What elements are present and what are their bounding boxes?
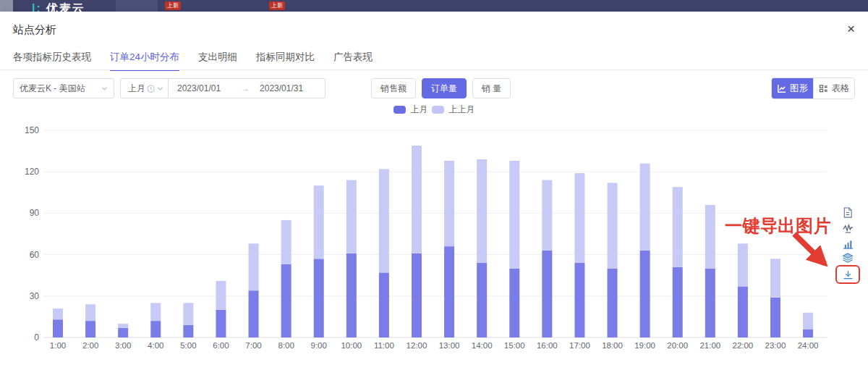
app-logo[interactable]: |:优麦云 <box>32 1 85 12</box>
sidebar-edge <box>0 0 13 12</box>
nav-new-badge-1: 上新 <box>165 1 181 10</box>
app-topbar: |:优麦云 上新 上新 <box>0 0 868 12</box>
site-analysis-modal: 站点分析 × 各项指标历史表现订单24小时分布支出明细指标同期对比广告表现 优麦… <box>0 12 868 365</box>
logo-text: 优麦云 <box>46 2 85 12</box>
logo-icon: |: <box>32 2 42 12</box>
annotation-arrow <box>0 12 868 365</box>
nav-active-item[interactable] <box>116 0 158 12</box>
nav-new-badge-2: 上新 <box>269 1 285 10</box>
